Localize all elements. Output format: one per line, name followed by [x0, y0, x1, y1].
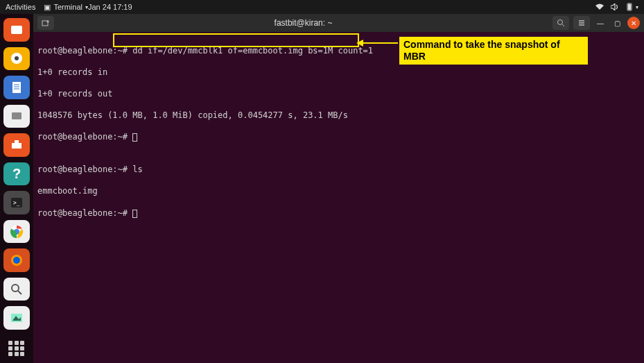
output-line: emmcboot.img — [37, 186, 640, 197]
cursor-icon — [132, 133, 137, 142]
cursor-icon — [132, 210, 137, 218]
terminal-output[interactable]: root@beaglebone:~# dd if=/dev/mmcblk1 of… — [33, 32, 644, 363]
files-app-icon[interactable] — [3, 18, 30, 42]
magnifier-icon[interactable] — [3, 278, 30, 301]
nautilus-icon[interactable] — [3, 105, 30, 128]
dock: ? >_ — [0, 14, 33, 363]
search-button[interactable] — [552, 16, 569, 30]
command-text: dd if=/dev/mmcblk1 of=emmcboot.img bs=1M… — [132, 46, 373, 56]
current-app-label: Terminal — [53, 3, 82, 11]
annotation-callout: Command to take the snapshot of MBR — [399, 37, 588, 65]
minimize-button[interactable]: ― — [594, 17, 607, 29]
svg-text:>_: >_ — [13, 200, 20, 206]
menu-button[interactable] — [573, 16, 590, 30]
svg-rect-2 — [11, 26, 22, 34]
prompt: root@beaglebone:~# — [37, 46, 132, 56]
activities-button[interactable]: Activities — [6, 3, 35, 11]
window-title: fastbit@kiran: ~ — [58, 18, 548, 28]
chevron-down-icon: ▾ — [636, 4, 638, 10]
svg-rect-9 — [12, 112, 21, 119]
annotation-text: Command to take the snapshot of MBR — [403, 39, 560, 62]
network-icon[interactable] — [595, 3, 604, 10]
svg-point-15 — [13, 257, 20, 264]
svg-line-24 — [562, 24, 564, 26]
software-icon[interactable] — [3, 133, 30, 157]
help-icon[interactable]: ? — [3, 162, 30, 186]
rhythmbox-icon[interactable] — [3, 47, 30, 71]
firefox-icon[interactable] — [3, 248, 30, 272]
output-line: 1048576 bytes (1.0 MB, 1.0 MiB) copied, … — [37, 110, 640, 121]
terminal-app-icon[interactable]: >_ — [3, 191, 30, 214]
prompt: root@beaglebone:~# — [37, 208, 132, 218]
volume-icon[interactable] — [611, 3, 619, 10]
annotation-arrow-icon — [362, 42, 398, 44]
writer-icon[interactable] — [3, 76, 30, 99]
output-line: 1+0 records out — [37, 89, 640, 100]
maximize-button[interactable]: ▢ — [611, 17, 623, 29]
topbar: Activities ▣ Terminal ▾ Jan 24 17:19 ▾ — [0, 0, 644, 14]
chrome-icon[interactable] — [3, 220, 30, 244]
clock[interactable]: Jan 24 17:19 — [88, 3, 595, 11]
current-app-menu[interactable]: ▣ Terminal ▾ — [44, 3, 88, 12]
svg-point-16 — [12, 285, 19, 292]
svg-point-4 — [15, 56, 19, 60]
svg-point-23 — [558, 20, 563, 25]
terminal-menu-icon: ▣ — [44, 3, 51, 12]
titlebar: fastbit@kiran: ~ ― ▢ ✕ — [33, 14, 644, 32]
shotwell-icon[interactable] — [3, 306, 30, 330]
svg-rect-1 — [628, 4, 631, 10]
svg-rect-5 — [12, 82, 21, 93]
close-button[interactable]: ✕ — [627, 17, 640, 29]
prompt: root@beaglebone:~# — [37, 132, 132, 142]
svg-line-17 — [18, 291, 21, 294]
prompt: root@beaglebone:~# — [37, 164, 132, 174]
command-text: ls — [132, 164, 142, 174]
power-menu[interactable]: ▾ — [626, 3, 638, 11]
output-line: 1+0 records in — [37, 67, 640, 78]
show-apps-icon[interactable] — [8, 341, 25, 356]
terminal-window: fastbit@kiran: ~ ― ▢ ✕ root@beaglebone:~… — [33, 14, 644, 363]
new-tab-button[interactable] — [37, 16, 54, 30]
